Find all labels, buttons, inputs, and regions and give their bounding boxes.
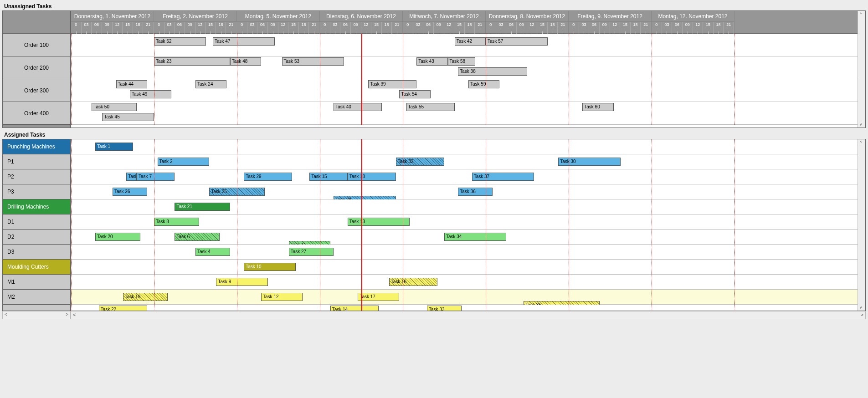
task-bar[interactable]: Task 50 bbox=[92, 103, 137, 111]
task-bar[interactable]: Task 21 bbox=[175, 203, 230, 211]
timeline-row[interactable]: Task 22Task 14Task 33 bbox=[71, 305, 858, 311]
row-label[interactable]: Order 100 bbox=[3, 34, 70, 56]
row-label[interactable]: Order 300 bbox=[3, 79, 70, 102]
resource-group-label[interactable]: Punching Machines bbox=[3, 139, 70, 154]
task-bar[interactable]: Task 40 bbox=[334, 103, 382, 111]
task-bar[interactable]: Task 23 bbox=[154, 57, 230, 66]
row-label[interactable]: D2 bbox=[3, 230, 70, 245]
hour-tick: 06 bbox=[257, 22, 268, 34]
hour-tick: 03 bbox=[164, 22, 175, 34]
task-bar[interactable]: Task 6 bbox=[175, 233, 220, 241]
task-bar[interactable]: Task 43 bbox=[416, 57, 447, 66]
task-bar[interactable]: Task 15 bbox=[309, 173, 347, 181]
row-label[interactable]: M2 bbox=[3, 290, 70, 305]
timeline-row[interactable]: Task 20Task 6Task 11Task 34 bbox=[71, 230, 858, 245]
task-bar[interactable]: Task 2 bbox=[158, 158, 210, 166]
task-bar[interactable]: Task 27 bbox=[289, 248, 334, 256]
task-bar[interactable]: Task 42 bbox=[455, 37, 486, 46]
timeline-row[interactable]: Task 2Task 32Task 30 bbox=[71, 154, 858, 169]
task-bar[interactable]: Task 44 bbox=[116, 80, 147, 88]
day-label: Donnerstag, 8. November 2012 bbox=[486, 11, 568, 22]
timeline-row[interactable]: Task 44Task 24Task 39Task 59Task 49Task … bbox=[71, 79, 858, 102]
unassigned-rows[interactable]: Task 52Task 47Task 42Task 57Task 23Task … bbox=[71, 34, 858, 125]
timeline-row[interactable]: Task 52Task 47Task 42Task 57 bbox=[71, 34, 858, 56]
task-bar[interactable]: Task 25 bbox=[209, 188, 264, 196]
task-bar[interactable]: Task 45 bbox=[102, 113, 154, 121]
hour-tick: 06 bbox=[340, 22, 351, 34]
task-bar[interactable]: Task 37 bbox=[472, 173, 534, 181]
task-bar[interactable]: Task 3 bbox=[126, 173, 137, 181]
task-bar[interactable]: Task 34 bbox=[444, 233, 506, 241]
unassigned-header-blank bbox=[3, 11, 70, 34]
task-bar[interactable]: Task 16 bbox=[389, 278, 437, 286]
resource-group-label[interactable]: Drilling Machines bbox=[3, 199, 70, 214]
task-bar[interactable]: Task 52 bbox=[154, 37, 206, 46]
timeline-row[interactable]: Task 1 bbox=[71, 139, 858, 154]
task-bar[interactable]: Task 59 bbox=[468, 80, 499, 88]
task-bar[interactable]: Task 32 bbox=[396, 158, 444, 166]
task-bar[interactable]: Task 7 bbox=[137, 173, 175, 181]
task-bar[interactable]: Task 1 bbox=[95, 143, 133, 151]
task-bar[interactable]: Task 4 bbox=[195, 248, 230, 256]
hour-tick: 18 bbox=[382, 22, 392, 34]
row-label[interactable]: P1 bbox=[3, 154, 70, 169]
timeline-row[interactable]: Task 10 bbox=[71, 260, 858, 275]
task-bar[interactable]: Task 29 bbox=[244, 173, 292, 181]
row-label[interactable]: M1 bbox=[3, 275, 70, 290]
task-bar[interactable]: Task 60 bbox=[582, 103, 613, 111]
task-bar[interactable]: Task 33 bbox=[427, 306, 462, 311]
task-bar[interactable]: Task 19 bbox=[123, 293, 168, 301]
timeline-row[interactable]: Task 50Task 40Task 55Task 60Task 45 bbox=[71, 102, 858, 125]
vertical-scrollbar[interactable] bbox=[858, 11, 865, 128]
task-bar[interactable]: Task 17 bbox=[358, 293, 399, 301]
resource-group-label[interactable]: Moulding Cutters bbox=[3, 260, 70, 275]
task-bar[interactable]: Task 20 bbox=[95, 233, 140, 241]
task-bar[interactable]: Task 36 bbox=[458, 188, 493, 196]
task-bar[interactable]: Task 58 bbox=[448, 57, 476, 66]
task-bar[interactable]: Task 26 bbox=[113, 188, 147, 196]
vertical-scrollbar[interactable] bbox=[858, 139, 865, 311]
timeline-row[interactable]: Task 3Task 7Task 29Task 15Task 18Task 37 bbox=[71, 169, 858, 184]
timeline-row[interactable]: Task 9Task 16 bbox=[71, 275, 858, 290]
timeline-row[interactable]: Task 4Task 27 bbox=[71, 245, 858, 260]
timeline-row[interactable]: Task 21 bbox=[71, 199, 858, 214]
row-label[interactable]: Order 400 bbox=[3, 102, 70, 125]
task-bar[interactable]: Task 48 bbox=[230, 57, 261, 66]
task-bar[interactable]: Task 10 bbox=[244, 263, 296, 271]
task-bar[interactable]: Task 39 bbox=[368, 80, 416, 88]
unassigned-right-pane[interactable]: Donnerstag, 1. November 2012003060912151… bbox=[71, 11, 865, 128]
task-bar[interactable]: Task 18 bbox=[348, 173, 396, 181]
row-label[interactable]: D3 bbox=[3, 245, 70, 260]
timeline-header: Donnerstag, 1. November 2012003060912151… bbox=[71, 11, 858, 34]
task-bar[interactable]: Task 12 bbox=[261, 293, 303, 301]
row-label[interactable]: D1 bbox=[3, 214, 70, 230]
hour-tick: 18 bbox=[133, 22, 144, 34]
task-bar[interactable]: Task 24 bbox=[195, 80, 226, 88]
task-bar[interactable]: Task 38 bbox=[458, 67, 527, 76]
task-bar[interactable]: Task 22 bbox=[99, 306, 147, 311]
day-column: Donnerstag, 1. November 2012003060912151… bbox=[71, 11, 154, 33]
task-bar[interactable]: Task 55 bbox=[406, 103, 455, 111]
assigned-rows[interactable]: Task 1Task 2Task 32Task 30Task 3Task 7Ta… bbox=[71, 139, 858, 311]
task-bar[interactable]: Task 49 bbox=[130, 90, 171, 98]
row-label[interactable] bbox=[3, 305, 70, 311]
row-label[interactable]: P3 bbox=[3, 184, 70, 199]
assigned-right-pane[interactable]: Task 1Task 2Task 32Task 30Task 3Task 7Ta… bbox=[71, 139, 865, 311]
task-bar[interactable]: Task 9 bbox=[216, 278, 268, 286]
task-bar[interactable]: Task 30 bbox=[558, 158, 620, 166]
timeline-row[interactable]: Task 23Task 48Task 53Task 43Task 58Task … bbox=[71, 56, 858, 79]
task-bar[interactable]: Task 8 bbox=[154, 218, 199, 226]
task-bar[interactable]: Task 57 bbox=[486, 37, 548, 46]
left-scrollbar[interactable] bbox=[2, 311, 71, 319]
task-bar[interactable]: Task 47 bbox=[213, 37, 275, 46]
task-bar[interactable]: Task 54 bbox=[399, 90, 430, 98]
timeline-scrollbar[interactable] bbox=[71, 311, 866, 319]
timeline-row[interactable]: Task 8Task 13 bbox=[71, 214, 858, 230]
timeline-row[interactable]: Task 26Task 25Task 28Task 36 bbox=[71, 184, 858, 199]
task-bar[interactable]: Task 13 bbox=[348, 218, 410, 226]
row-label[interactable]: Order 200 bbox=[3, 56, 70, 79]
timeline-row[interactable]: Task 19Task 12Task 17Task 35 bbox=[71, 290, 858, 305]
row-label[interactable]: P2 bbox=[3, 169, 70, 184]
task-bar[interactable]: Task 14 bbox=[330, 306, 379, 311]
task-bar[interactable]: Task 53 bbox=[282, 57, 344, 66]
